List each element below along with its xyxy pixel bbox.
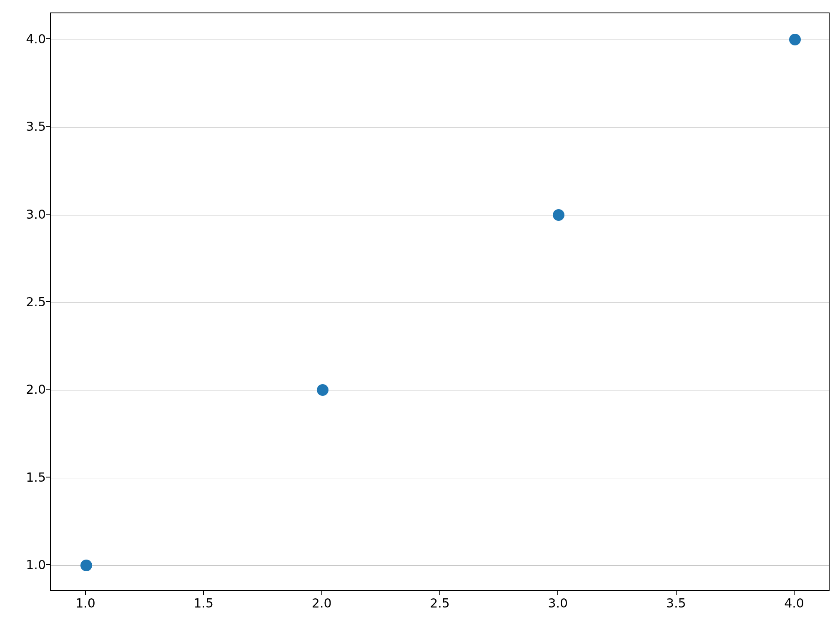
gridline-horizontal bbox=[51, 40, 829, 40]
x-tick-mark bbox=[439, 591, 440, 595]
y-tick-mark bbox=[46, 389, 50, 390]
y-tick-mark bbox=[46, 214, 50, 215]
y-tick-label: 2.5 bbox=[26, 295, 46, 309]
x-tick-mark bbox=[794, 591, 795, 595]
gridline-horizontal bbox=[51, 215, 829, 215]
x-tick-label: 1.0 bbox=[75, 596, 95, 610]
data-point bbox=[789, 34, 801, 45]
y-tick-mark bbox=[46, 564, 50, 565]
chart-container: 1.01.52.02.53.03.54.01.01.52.02.53.03.54… bbox=[0, 0, 840, 620]
y-tick-label: 4.0 bbox=[26, 32, 46, 46]
data-point bbox=[80, 560, 92, 571]
x-tick-mark bbox=[676, 591, 677, 595]
x-tick-label: 4.0 bbox=[784, 596, 804, 610]
x-tick-label: 2.5 bbox=[430, 596, 450, 610]
y-tick-label: 1.0 bbox=[26, 557, 46, 572]
x-tick-mark bbox=[203, 591, 204, 595]
x-tick-mark bbox=[85, 591, 86, 595]
y-tick-label: 3.0 bbox=[26, 207, 46, 221]
x-tick-label: 2.0 bbox=[312, 596, 332, 610]
x-tick-label: 3.0 bbox=[548, 596, 568, 610]
data-point bbox=[553, 209, 564, 221]
gridline-horizontal bbox=[51, 478, 829, 478]
plot-area bbox=[50, 12, 830, 591]
gridline-horizontal bbox=[51, 390, 829, 390]
gridline-horizontal bbox=[51, 302, 829, 303]
y-tick-mark bbox=[46, 301, 50, 302]
y-tick-mark bbox=[46, 477, 50, 478]
x-tick-label: 3.5 bbox=[666, 596, 686, 610]
y-tick-mark bbox=[46, 38, 50, 39]
data-point bbox=[317, 384, 328, 396]
y-tick-label: 1.5 bbox=[26, 470, 46, 484]
gridline-horizontal bbox=[51, 565, 829, 566]
y-tick-label: 2.0 bbox=[26, 382, 46, 397]
x-tick-mark bbox=[321, 591, 322, 595]
gridline-horizontal bbox=[51, 127, 829, 128]
y-tick-label: 3.5 bbox=[26, 119, 46, 134]
x-tick-label: 1.5 bbox=[193, 596, 213, 610]
x-tick-mark bbox=[557, 591, 558, 595]
y-tick-mark bbox=[46, 126, 50, 127]
